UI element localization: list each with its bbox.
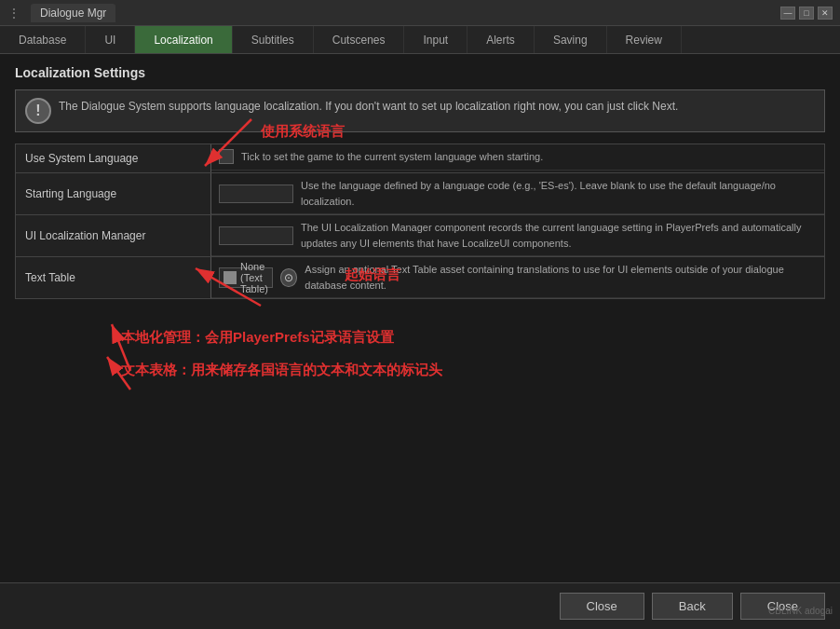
label-use-system-language: Use System Language — [16, 144, 211, 172]
close-button[interactable]: Close — [560, 593, 644, 620]
checkbox-use-system-language[interactable] — [219, 149, 234, 164]
row-ui-localization-manager: UI Localization Manager The UI Localizat… — [15, 214, 825, 257]
input-starting-language[interactable] — [219, 185, 293, 203]
row-top-ui-localization-manager: The UI Localization Manager component re… — [211, 215, 824, 256]
info-icon: ! — [25, 98, 51, 124]
row-right-ui-localization-manager: The UI Localization Manager component re… — [211, 215, 824, 256]
row-starting-language: Starting Language Use the language defin… — [15, 172, 825, 215]
desc-ui-localization-manager: The UI Localization Manager component re… — [301, 220, 817, 251]
tab-subtitles[interactable]: Subtitles — [233, 26, 314, 53]
row-top-use-system-language: Tick to set the game to the current syst… — [211, 144, 824, 171]
section-title: Localization Settings — [15, 65, 825, 80]
main-content: Localization Settings ! The Dialogue Sys… — [0, 54, 840, 309]
maximize-button[interactable]: □ — [799, 7, 814, 20]
annotation-localization-manager: 本地化管理：会用PlayerPrefs记录语言设置 — [121, 329, 394, 347]
desc-text-table: Assign an optional Text Table asset cont… — [305, 262, 817, 293]
asset-picker-text-table[interactable]: None (Text Table) — [219, 267, 273, 288]
row-top-starting-language: Use the language defined by a language c… — [211, 173, 824, 214]
window-controls: — □ ✕ — [780, 7, 833, 20]
tab-input[interactable]: Input — [404, 26, 467, 53]
nav-tabs: Database UI Localization Subtitles Cutsc… — [0, 26, 840, 54]
row-right-use-system-language: Tick to set the game to the current syst… — [211, 144, 824, 172]
bottom-bar: Close Back Close CBLINK adogai — [0, 582, 840, 629]
arrow-localization-manager — [56, 306, 177, 380]
desc-use-system-language: Tick to set the game to the current syst… — [241, 149, 543, 165]
title-bar: ⋮ Dialogue Mgr — □ ✕ — [0, 0, 840, 26]
row-right-text-table: None (Text Table) ⊙ Assign an optional T… — [211, 257, 824, 298]
tab-cutscenes[interactable]: Cutscenes — [314, 26, 405, 53]
annotation-text-table: 文本表格：用来储存各国语言的文本和文本的标记头 — [121, 362, 442, 379]
tab-localization[interactable]: Localization — [135, 26, 232, 53]
tab-saving[interactable]: Saving — [535, 26, 607, 53]
row-text-table: Text Table None (Text Table) ⊙ Assign an… — [15, 256, 825, 299]
window-title: Dialogue Mgr — [31, 4, 115, 22]
tab-ui[interactable]: UI — [86, 26, 135, 53]
watermark: CBLINK adogai — [768, 606, 833, 616]
label-ui-localization-manager: UI Localization Manager — [16, 215, 211, 256]
label-text-table: Text Table — [16, 257, 211, 298]
row-use-system-language: Use System Language Tick to set the game… — [15, 144, 825, 173]
minimize-button[interactable]: — — [780, 7, 795, 20]
tab-database[interactable]: Database — [0, 26, 86, 53]
close-button[interactable]: ✕ — [818, 7, 833, 20]
asset-file-icon — [224, 271, 237, 284]
asset-select-button[interactable]: ⊙ — [280, 268, 297, 287]
tab-alerts[interactable]: Alerts — [467, 26, 535, 53]
asset-name-text-table: None (Text Table) — [240, 261, 268, 294]
input-ui-localization-manager[interactable] — [219, 226, 293, 245]
desc-starting-language: Use the language defined by a language c… — [301, 178, 817, 209]
arrow-text-table — [56, 343, 177, 399]
label-starting-language: Starting Language — [16, 173, 211, 214]
info-box: ! The Dialogue System supports language … — [15, 89, 825, 132]
row-right-starting-language: Use the language defined by a language c… — [211, 173, 824, 214]
row-top-text-table: None (Text Table) ⊙ Assign an optional T… — [211, 257, 824, 298]
info-text: The Dialogue System supports language lo… — [59, 98, 678, 115]
tab-review[interactable]: Review — [607, 26, 682, 53]
window-menu-dots[interactable]: ⋮ — [7, 6, 21, 21]
back-button[interactable]: Back — [652, 593, 733, 620]
